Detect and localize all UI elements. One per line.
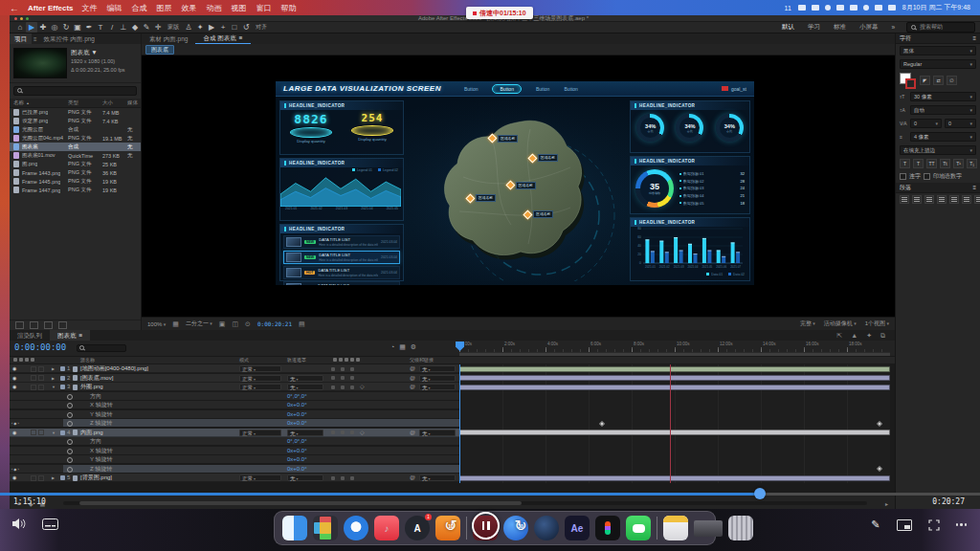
map-marker[interactable]: 区域名称 <box>467 194 496 202</box>
blend-mode-select[interactable]: 正常 <box>239 474 281 481</box>
resolution-select[interactable]: 二分之一 <box>186 320 212 328</box>
more-options-icon[interactable] <box>956 523 968 526</box>
property-name[interactable]: Y 轴旋转 <box>90 455 113 464</box>
property-name[interactable]: Z 轴旋转 <box>90 419 112 428</box>
comp-mini-flowchart-icon[interactable]: ⇱ <box>836 332 842 340</box>
minimize-window-icon[interactable] <box>20 17 23 20</box>
trkmat-select[interactable]: 无 <box>287 375 323 382</box>
layer-lock-box[interactable] <box>31 385 36 390</box>
safari-icon[interactable] <box>344 516 368 540</box>
timeline-layer-row[interactable]: ◉▶2[图表底.mov]正常无@无 <box>10 374 895 384</box>
align-button[interactable] <box>949 195 959 204</box>
layer-name[interactable]: 外圈.png <box>80 383 103 391</box>
project-item[interactable]: Frame 1443.pngPNG 文件36 KB <box>10 168 141 177</box>
tab-project[interactable]: 项目 <box>10 33 32 44</box>
dashboard-nav-item[interactable]: Button <box>536 86 549 92</box>
tab-paragraph[interactable]: 段落 <box>900 184 911 192</box>
keyframe-navigator-icon[interactable]: ‹◆› <box>11 419 20 428</box>
battery-icon[interactable] <box>850 5 858 11</box>
tab-composition[interactable]: 合成 图表底 ≡ <box>195 33 250 44</box>
project-item[interactable]: 图.pngPNG 文件25 KB <box>10 160 141 168</box>
draft-3d-icon[interactable]: ▲ <box>851 332 858 340</box>
timeline-layer-row[interactable]: ◉▼3外圈.png正常无◇@无 <box>10 383 895 392</box>
search-icon[interactable] <box>875 5 882 11</box>
stopwatch-icon[interactable] <box>67 439 73 445</box>
layer-duration-bar[interactable] <box>459 430 890 435</box>
trkmat-select[interactable]: 无 <box>287 474 323 481</box>
camera-select[interactable]: 活动摄像机 <box>824 320 857 328</box>
keyboard-icon[interactable] <box>812 5 819 11</box>
add-tool[interactable]: + <box>217 22 229 33</box>
menu-item[interactable]: 编辑 <box>107 3 122 13</box>
stroke-mode-select[interactable]: 在填充上描边 <box>900 145 976 155</box>
blend-mode-select[interactable]: 正常 <box>239 365 281 372</box>
layer-switch-icon[interactable] <box>331 476 335 480</box>
layer-lock-box[interactable] <box>31 366 36 372</box>
column-type[interactable]: 类型 <box>68 99 102 106</box>
edit-note-icon[interactable]: ✎ <box>871 518 880 531</box>
timeline-property-row[interactable]: Y 轴旋转0x+0.0° <box>10 455 895 465</box>
font-style-select[interactable]: Regular <box>900 59 976 69</box>
project-item[interactable]: 设定屏.pngPNG 文件7.4 KB <box>10 117 141 125</box>
parent-select[interactable]: 无 <box>419 430 456 436</box>
after-effects-icon[interactable]: Ae <box>565 516 590 540</box>
property-name[interactable]: Y 轴旋转 <box>90 410 113 419</box>
layer-name[interactable]: [地图动画[0400-0480].png] <box>80 364 148 373</box>
music-icon[interactable]: ♪ <box>374 516 399 540</box>
motion-blur-icon[interactable]: ✦ <box>866 332 872 340</box>
twirl-icon[interactable]: ▶ <box>52 364 55 373</box>
map-marker[interactable]: 区域名称 <box>507 182 536 189</box>
control-center-icon[interactable] <box>888 5 896 11</box>
property-value[interactable]: 0x+0.0° <box>287 465 307 474</box>
forward-30-button[interactable]: ↻ 30 <box>510 516 531 537</box>
dashboard-nav-item[interactable]: Button <box>464 86 478 92</box>
line-tool[interactable]: / <box>106 22 118 33</box>
layer-switch-icon[interactable] <box>350 376 354 380</box>
project-item[interactable]: 图表底01.movQuickTime273 KB无 <box>10 151 141 160</box>
graph-editor-icon[interactable]: ⧉ <box>880 332 885 340</box>
screen-record-icon[interactable] <box>798 5 806 11</box>
minimized-window-icon[interactable] <box>694 520 723 537</box>
comp-chip[interactable]: 图表底 <box>145 45 174 55</box>
display-icon[interactable] <box>836 5 844 11</box>
view-layout-select[interactable]: 1个视图 <box>865 320 889 328</box>
align-button[interactable] <box>937 195 947 204</box>
twirl-icon[interactable]: ▼ <box>52 383 56 391</box>
menu-item[interactable]: 图层 <box>157 3 172 13</box>
layer-switch-icon[interactable] <box>341 376 345 380</box>
layer-switch-icon[interactable] <box>341 476 345 480</box>
parent-select[interactable]: 无 <box>419 474 456 481</box>
project-item[interactable]: 图表底合成无 <box>10 143 141 151</box>
menu-item[interactable]: 文件 <box>82 3 98 13</box>
puppet-tool[interactable]: ✛ <box>152 22 164 33</box>
layer-color-chip[interactable] <box>60 430 65 435</box>
text-style-button[interactable]: T₁ <box>967 159 977 168</box>
layer-switch-icon[interactable] <box>341 386 345 389</box>
search-help-input[interactable]: 搜索帮助 <box>906 22 975 33</box>
trash-icon[interactable] <box>728 516 753 540</box>
launchpad-icon[interactable] <box>313 516 338 540</box>
keyframe-icon[interactable] <box>877 466 882 472</box>
property-name[interactable]: 方向 <box>90 437 101 446</box>
parent-pickwhip-icon[interactable]: @ <box>410 474 415 482</box>
tab-timeline-comp[interactable]: 图表底 ≡ <box>50 330 90 341</box>
workspace-默认[interactable]: 默认 <box>782 23 794 32</box>
panel-menu-icon[interactable]: ≡ <box>972 185 976 190</box>
layer-switch-icon[interactable] <box>331 367 335 371</box>
layer-switch-icon[interactable] <box>350 367 354 371</box>
column-size[interactable]: 大小 <box>102 99 127 106</box>
menu-item[interactable]: 帮助 <box>281 3 297 13</box>
panel-menu-icon[interactable]: ≡ <box>79 330 83 341</box>
keyframe-icon[interactable] <box>599 421 605 427</box>
timeline-property-row[interactable]: X 轴旋转0x+0.0° <box>10 401 895 410</box>
menu-item[interactable]: 视图 <box>232 3 247 13</box>
viewer-timecode[interactable]: 0:00:20:21 <box>257 320 292 327</box>
home-tool[interactable]: ⌂ <box>14 22 26 33</box>
layer-name[interactable]: [图表底.mov] <box>80 374 113 383</box>
layer-switch-icon[interactable] <box>331 386 335 389</box>
kerning-select[interactable]: 0 <box>910 119 942 128</box>
text-style-button[interactable]: T <box>900 159 910 168</box>
layer-solo-box[interactable] <box>38 375 44 381</box>
column-media[interactable]: 媒体 <box>127 99 141 106</box>
layer-color-chip[interactable] <box>60 385 65 389</box>
